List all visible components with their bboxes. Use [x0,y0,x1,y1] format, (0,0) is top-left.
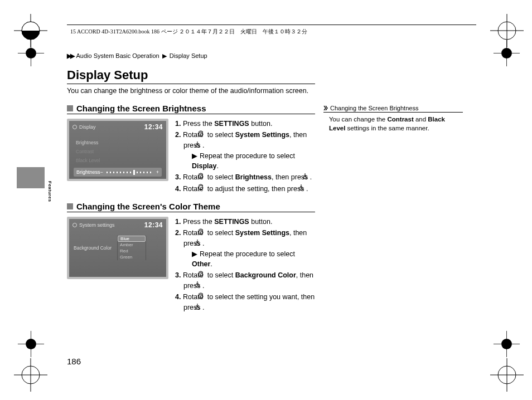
step: 1. Press the SETTINGS button. [175,119,315,129]
sidebar-body: You can change the Contrast and Black Le… [323,115,463,133]
svg-point-13 [303,177,307,179]
screenshot-row: Contrast [74,148,162,155]
double-chevron-icon [323,105,329,111]
intro-text: You can change the brightness or color t… [67,87,308,95]
breadcrumb-item: Display Setup [170,52,207,59]
svg-point-21 [195,307,200,309]
step: 1. Press the SETTINGS button. [175,217,315,227]
header-rule [67,25,476,25]
svg-point-6 [26,48,36,58]
bullet-icon [72,223,77,227]
step: 3. Rotate to select Background Color, th… [175,270,315,291]
svg-point-15 [299,188,303,190]
svg-point-14 [199,186,203,190]
screenshot-row-label: Background Color [74,245,112,251]
breadcrumb-arrow-icon: ▶ [162,52,167,59]
subsection-heading: Changing the Screen's Color Theme [67,202,315,211]
section-color-theme: Changing the Screen's Color Theme System… [67,202,315,314]
breadcrumb-item: Audio System Basic Operation [76,52,159,59]
slider-minus: − [100,169,103,175]
registration-mark [16,38,46,69]
option: Red [118,248,146,254]
slider-plus: + [156,169,159,175]
section-tab [17,167,45,188]
step: 3. Rotate to select Brightness, then pre… [175,172,315,183]
sidebar-heading-text: Changing the Screen Brightness [330,105,418,111]
registration-mark [16,329,46,359]
svg-point-20 [199,294,203,299]
substep: ▶Repeat the procedure to select Display. [183,151,315,171]
screenshot-highlight-label: Brightness [76,169,100,175]
breadcrumb: ▶▶ Audio System Basic Operation ▶ Displa… [67,52,207,60]
square-bullet-icon [67,203,73,209]
subsection-heading-text: Changing the Screen's Color Theme [76,202,220,211]
screenshot-highlight-row: Brightness − + [74,168,162,177]
screenshot-title: Display [79,124,96,130]
svg-point-11 [195,145,200,147]
triangle-icon: ▶ [192,152,197,160]
svg-point-7 [501,48,512,58]
option-list: Blue Amber Red Green [117,236,146,260]
registration-mark [491,329,522,359]
display-screenshot: Display 12:34 Brightness Contrast Black … [67,119,168,181]
system-settings-screenshot: System settings 12:34 Background Color B… [67,217,168,279]
page-number: 186 [67,357,81,366]
step: 2. Rotate to select System Settings, the… [175,228,315,269]
screenshot-time: 12:34 [144,221,163,229]
svg-point-16 [199,230,203,235]
triangle-icon: ▶ [192,250,197,258]
svg-point-9 [501,339,512,349]
svg-point-12 [199,174,203,179]
section-tab-label: Features [47,181,52,202]
screenshot-row: Brightness [74,139,162,147]
subsection-rule [67,114,315,114]
sidebar-note: Changing the Screen Brightness You can c… [323,105,463,133]
bullet-icon [72,125,77,129]
square-bullet-icon [67,105,73,111]
step: 4. Rotate to select the setting you want… [175,292,315,313]
subsection-heading: Changing the Screen Brightness [67,104,315,113]
registration-mark [487,355,526,394]
title-rule [67,84,315,84]
registration-mark [11,355,50,394]
page-title: Display Setup [67,68,148,82]
instruction-steps: 1. Press the SETTINGS button. 2. Rotate … [175,119,315,195]
breadcrumb-arrows-icon: ▶▶ [67,52,74,59]
sidebar-heading: Changing the Screen Brightness [323,105,463,113]
screenshot-row: Background Color Blue Amber Red Green [74,236,162,260]
option: Amber [118,242,146,248]
option-selected: Blue [118,236,146,242]
step: 2. Rotate to select System Settings, the… [175,130,315,171]
option: Green [118,254,146,260]
subsection-rule [67,212,315,212]
svg-point-17 [195,243,200,245]
header-text: 15 ACCORD 4D-31T2A6200.book 186 ページ ２０１４… [70,28,307,36]
svg-point-18 [199,272,203,277]
screenshot-title: System settings [79,222,115,228]
svg-point-8 [26,339,36,349]
instruction-steps: 1. Press the SETTINGS button. 2. Rotate … [175,217,315,314]
step: 4. Rotate to adjust the setting, then pr… [175,184,315,194]
screenshot-time: 12:34 [144,123,163,131]
registration-mark [491,38,522,69]
svg-point-10 [199,132,203,136]
section-brightness: Changing the Screen Brightness Display 1… [67,104,315,195]
screenshot-row: Black Level [74,157,162,164]
subsection-heading-text: Changing the Screen Brightness [76,104,206,113]
substep: ▶Repeat the procedure to select Other. [183,249,315,269]
svg-point-19 [195,285,200,287]
slider-track [107,172,153,173]
